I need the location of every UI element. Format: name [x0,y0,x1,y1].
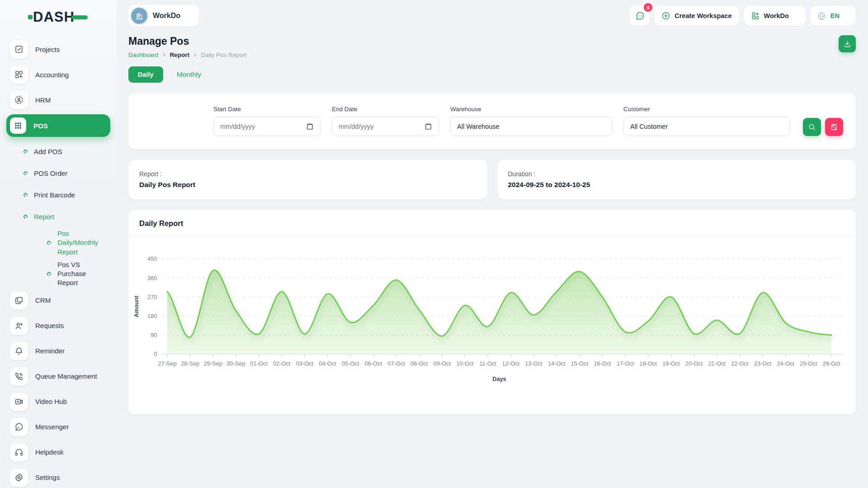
sidebar-item-queue-management[interactable]: Queue Management [6,366,110,387]
messages-button[interactable]: 0 [630,6,650,26]
sidebar-item-video-hub[interactable]: Video Hub [6,391,110,413]
chevron-down-icon [186,13,192,19]
search-button[interactable] [803,118,821,136]
gear-icon [10,469,28,487]
svg-text:14-Oct: 14-Oct [548,360,566,367]
sidebar-item-add-pos[interactable]: Add POS [20,141,110,162]
warehouse-select[interactable]: All Warehouse [450,117,612,136]
app-menu-button[interactable]: WorkDo [744,6,806,26]
sidebar-item-report[interactable]: Report [20,206,110,227]
end-date-field[interactable] [332,117,439,136]
report-value: Daily Pos Report [139,181,476,189]
calendar-icon[interactable] [306,122,314,130]
sidebar-item-pos[interactable]: POS [6,114,110,137]
sidebar-item-requests[interactable]: Requests [6,315,110,337]
sidebar-item-reminder[interactable]: Reminder [6,340,110,362]
svg-text:22-Oct: 22-Oct [731,360,749,367]
chevron-down-icon [844,13,849,19]
svg-text:06-Oct: 06-Oct [365,360,382,367]
donut-bullet-icon [46,240,52,245]
sidebar-item-label: Helpdesk [35,448,106,456]
svg-text:26-Oct: 26-Oct [823,360,840,367]
sidebar-item-pos-daily-monthly-report[interactable]: Pos Daily/Monthly Report [43,227,110,258]
end-date-input[interactable] [339,123,406,130]
logo-bar-icon [71,15,88,19]
svg-text:30-Sep: 30-Sep [226,360,245,367]
chevron-right-icon [99,46,106,52]
chevron-right-icon [99,297,106,304]
customer-select[interactable]: All Customer [623,117,790,136]
headphones-icon [10,443,28,461]
sidebar-subitem-label: Report [34,213,99,221]
sidebar-subitem-label: Pos VS Purchase Report [57,260,106,288]
sidebar-item-label: Reminder [35,347,106,355]
chevron-right-icon [99,474,106,481]
svg-text:04-Oct: 04-Oct [319,360,336,367]
sidebar-item-messenger[interactable]: Messenger [6,416,110,438]
brand-logo[interactable]: DASH [6,7,110,27]
sidebar-item-helpdesk[interactable]: Helpdesk [6,441,110,463]
chevron-right-icon [99,323,106,329]
daily-report-card: Daily Report 09018027036045027-Sep28-Sep… [128,210,856,414]
chart-title: Daily Report [139,219,183,227]
donut-bullet-icon [23,149,28,154]
svg-text:11-Oct: 11-Oct [479,360,496,367]
calendar-icon[interactable] [425,122,432,130]
sidebar-item-hrm[interactable]: HRM [6,89,110,111]
svg-text:02-Oct: 02-Oct [273,360,291,367]
svg-text:180: 180 [147,313,157,319]
video-camera-icon [10,393,28,411]
workspace-avatar [131,8,147,24]
export-download-button[interactable] [839,35,856,52]
workspace-name: WorkDo [153,12,180,20]
sidebar-item-pos-vs-purchase-report[interactable]: Pos VS Purchase Report [43,258,110,290]
chevron-right-icon [99,97,106,103]
end-date-group: End Date [332,106,439,136]
tab-daily[interactable]: Daily [128,66,163,83]
customer-group: Customer All Customer [623,106,790,136]
chevron-right-icon [99,71,106,78]
bell-icon [10,342,28,360]
sidebar-item-settings[interactable]: Settings [6,467,110,488]
sidebar-item-print-barcode[interactable]: Print Barcode [20,184,110,206]
filter-actions [803,118,843,136]
svg-text:29-Sep: 29-Sep [204,360,222,367]
start-date-group: Start Date [213,106,321,136]
sidebar-item-accounting[interactable]: Accounting [6,64,110,85]
sidebar-item-label: Requests [35,322,99,329]
topbar: WorkDo 0 Create Workspace WorkDo [128,3,856,29]
sidebar-item-label: Accounting [35,71,99,79]
phone-call-icon [10,367,28,385]
sidebar-item-pos-order[interactable]: POS Order [20,162,110,184]
report-label: Report : [139,170,476,178]
sidebar-item-projects[interactable]: Projects [6,38,110,60]
donut-bullet-icon [23,192,28,197]
breadcrumb-report[interactable]: Report [170,52,189,58]
chevron-down-icon [793,13,799,19]
tab-monthly[interactable]: Monthly [177,70,201,79]
sidebar-item-label: Queue Management [35,372,99,380]
svg-text:20-Oct: 20-Oct [685,360,703,367]
create-workspace-button[interactable]: Create Workspace [654,6,739,26]
svg-text:27-Sep: 27-Sep [158,360,176,367]
start-date-input[interactable] [220,123,288,130]
sidebar-subitem-label: Print Barcode [34,191,106,199]
reset-filter-button[interactable] [825,118,843,136]
language-selector[interactable]: EN [811,6,856,26]
create-workspace-label: Create Workspace [675,12,731,19]
breadcrumb-dashboard[interactable]: Dashboard [128,52,158,58]
pos-submenu: Add POS POS Order Print Barcode Report [6,141,110,290]
breadcrumb-current: Daily Pos Report [201,52,246,58]
start-date-field[interactable] [213,117,321,136]
sidebar-subitem-label: Add POS [34,148,106,155]
sidebar-item-label: HRM [35,96,99,104]
logo-text: DASH [33,10,75,24]
workspace-selector[interactable]: WorkDo [128,5,199,27]
svg-text:28-Sep: 28-Sep [181,360,199,367]
sidebar-item-crm[interactable]: CRM [6,290,110,311]
copy-panels-icon [10,291,28,310]
svg-text:19-Oct: 19-Oct [662,360,680,367]
svg-text:90: 90 [151,332,157,338]
warehouse-value: All Warehouse [457,123,500,130]
chevron-right-icon [99,213,106,220]
